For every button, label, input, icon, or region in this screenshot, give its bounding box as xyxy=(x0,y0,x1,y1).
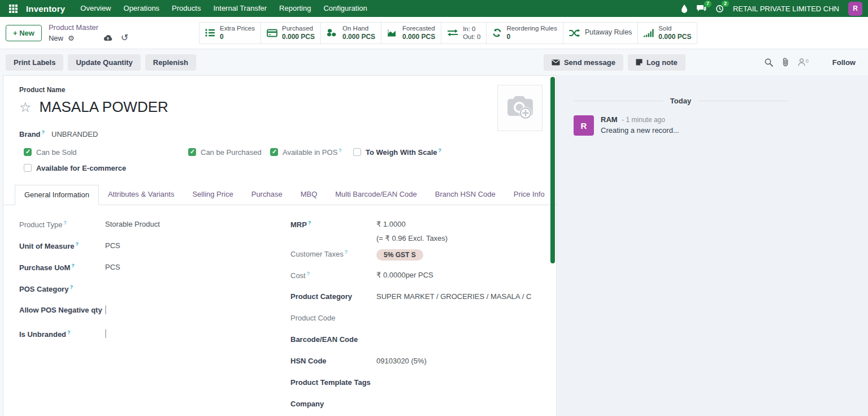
field-value[interactable] xyxy=(376,377,545,378)
field-value[interactable]: ₹ 0.0000per PCS xyxy=(376,270,545,279)
tab-attributes-variants[interactable]: Attributes & Variants xyxy=(99,185,184,205)
field-label: Barcode/EAN Code xyxy=(290,334,376,345)
log-note-button[interactable]: Log note xyxy=(628,54,685,71)
field-purchase-uom: Purchase UoM PCS xyxy=(19,262,288,275)
chatter-message[interactable]: R RAM - 1 minute ago Creating a new reco… xyxy=(574,115,857,136)
tab-mbq[interactable]: MBQ xyxy=(292,185,327,205)
checkbox-label: Can be Sold xyxy=(36,148,77,157)
is-unbranded-checkbox[interactable] xyxy=(105,329,106,338)
breadcrumb-parent[interactable]: Product Master xyxy=(49,23,128,32)
control-panel: + New Product Master New ⚙ ↺ xyxy=(0,17,868,49)
cubes-icon xyxy=(327,28,338,37)
general-information-panel: Product Type Storable Product Unit of Me… xyxy=(3,205,556,416)
field-value[interactable] xyxy=(105,283,288,284)
note-icon xyxy=(636,59,643,66)
nav-item-reporting[interactable]: Reporting xyxy=(273,0,317,17)
log-note-label: Log note xyxy=(646,58,678,67)
checkbox-box xyxy=(353,148,361,156)
product-name-value[interactable]: MASALA POWDER xyxy=(40,98,168,116)
tab-multi-barcode[interactable]: Multi Barcode/EAN Code xyxy=(326,185,426,205)
apps-grid-icon[interactable] xyxy=(6,5,20,13)
favorite-star-icon[interactable]: ☆ xyxy=(19,101,32,114)
checkbox-box xyxy=(188,148,196,156)
company-name[interactable]: RETAIL PRIVATE LIMITED CHN xyxy=(733,5,839,13)
stat-purchased[interactable]: Purchased0.000 PCS xyxy=(261,23,320,44)
tab-purchase[interactable]: Purchase xyxy=(242,185,292,205)
nav-item-configuration[interactable]: Configuration xyxy=(317,0,373,17)
stat-forecasted[interactable]: Forecasted0.000 PCS xyxy=(381,23,441,44)
field-value[interactable] xyxy=(376,313,545,314)
field-label: HSN Code xyxy=(290,356,376,366)
stat-reordering-rules[interactable]: Reordering Rules0 xyxy=(486,23,563,44)
field-value[interactable]: PCS xyxy=(105,240,288,250)
field-label: Cost xyxy=(290,270,376,281)
field-label: Product Type xyxy=(19,219,105,230)
stat-value: 0.000 PCS xyxy=(342,33,375,41)
user-avatar[interactable]: R xyxy=(848,2,862,16)
checkbox-available-in-pos[interactable]: Available in POS xyxy=(270,148,353,157)
field-value[interactable]: Storable Product xyxy=(105,219,288,228)
form-sheet: Product Name ☆ MASALA POWDER xyxy=(3,75,557,416)
allow-pos-negative-checkbox[interactable] xyxy=(105,305,106,314)
tab-selling-price[interactable]: Selling Price xyxy=(183,185,242,205)
field-value[interactable] xyxy=(376,334,545,335)
send-message-button[interactable]: Send message xyxy=(544,54,623,71)
paperclip-icon[interactable] xyxy=(782,58,789,67)
checkbox-can-be-sold[interactable]: Can be Sold xyxy=(24,148,188,157)
stat-value: 0 xyxy=(220,33,255,41)
send-message-label: Send message xyxy=(564,58,615,67)
field-value[interactable]: PCS xyxy=(105,262,288,271)
stat-button-group: Extra Prices0 Purchased0.000 PCS On Ha xyxy=(199,22,697,44)
field-value[interactable]: SUPER MARKET / GROCERIES / MASALA / C xyxy=(376,291,545,301)
message-author[interactable]: RAM xyxy=(601,115,618,124)
stat-sold[interactable]: Sold0.000 PCS xyxy=(637,23,697,44)
field-is-unbranded: Is Unbranded xyxy=(19,328,288,342)
field-barcode-ean-code: Barcode/EAN Code xyxy=(290,334,545,348)
breadcrumb: Product Master New ⚙ ↺ xyxy=(49,23,128,42)
field-value[interactable] xyxy=(376,398,545,400)
replenish-button[interactable]: Replenish xyxy=(145,54,196,71)
product-image-upload[interactable] xyxy=(497,85,542,131)
checkbox-to-weigh-with-scale[interactable]: To Weigh With Scale xyxy=(353,148,441,157)
camera-plus-icon xyxy=(504,94,536,122)
stat-on-hand[interactable]: On Hand0.000 PCS xyxy=(320,23,381,44)
activity-badge: 2 xyxy=(722,1,729,7)
cloud-save-icon[interactable] xyxy=(103,34,113,42)
brand-value[interactable]: UNBRANDED xyxy=(51,130,98,138)
follow-button[interactable]: Follow xyxy=(832,58,856,67)
discard-undo-icon[interactable]: ↺ xyxy=(121,33,128,42)
checkbox-label: Available in POS xyxy=(283,148,341,157)
stat-putaway-rules[interactable]: Putaway Rules xyxy=(563,23,637,44)
app-brand[interactable]: Inventory xyxy=(26,4,65,14)
tax-tag[interactable]: 5% GST S xyxy=(376,249,423,261)
tab-price-info[interactable]: Price Info xyxy=(505,185,554,205)
field-label: Product Template Tags xyxy=(290,377,376,388)
nav-item-overview[interactable]: Overview xyxy=(74,0,117,17)
search-icon[interactable] xyxy=(765,58,773,67)
mrp-value[interactable]: ₹ 1.0000 xyxy=(376,220,406,228)
print-labels-button[interactable]: Print Labels xyxy=(6,54,63,71)
nav-item-products[interactable]: Products xyxy=(166,0,207,17)
tab-branch-hsn-code[interactable]: Branch HSN Code xyxy=(426,185,505,205)
followers-icon[interactable]: 0 xyxy=(798,58,809,66)
nav-item-internal-transfer[interactable]: Internal Transfer xyxy=(207,0,273,17)
tab-general-information[interactable]: General Information xyxy=(15,185,99,205)
gear-icon[interactable]: ⚙ xyxy=(68,34,75,42)
field-label: MRP xyxy=(290,219,376,230)
droplet-icon[interactable] xyxy=(681,5,688,13)
update-quantity-button[interactable]: Update Quantity xyxy=(68,54,140,71)
stat-extra-prices[interactable]: Extra Prices0 xyxy=(199,23,261,44)
stat-in-out[interactable]: In: 0Out: 0 xyxy=(441,23,486,44)
field-product-code: Product Code xyxy=(290,313,545,326)
new-button[interactable]: + New xyxy=(6,25,42,41)
activity-clock-icon[interactable]: 2 xyxy=(715,5,724,13)
checkbox-can-be-purchased[interactable]: Can be Purchased xyxy=(188,148,270,157)
vertical-scrollbar[interactable] xyxy=(550,77,555,263)
stat-value: Out: 0 xyxy=(463,33,480,41)
stat-label: Sold xyxy=(658,24,691,32)
nav-item-operations[interactable]: Operations xyxy=(118,0,166,17)
checkbox-available-for-ecommerce[interactable]: Available for E-commerce xyxy=(24,164,126,172)
field-value[interactable]: 09103020 (5%) xyxy=(376,356,545,365)
date-divider: Today xyxy=(574,97,788,105)
messages-icon[interactable]: 7 xyxy=(697,5,706,12)
